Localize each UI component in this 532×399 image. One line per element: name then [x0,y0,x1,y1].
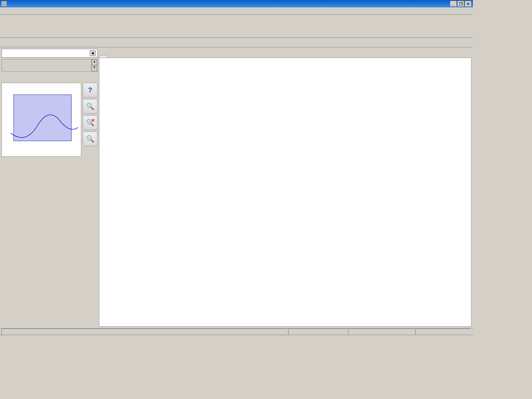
preview-tools: ? 🔍 🔍✕ 🔍 [83,83,98,157]
profile-preview [1,83,81,157]
view-tabs [99,49,471,58]
tab-bar [0,38,473,47]
left-panel: ▾ ▲ ▼ ? 🔍 🔍✕ 🔍 [1,49,98,327]
scroll-up-icon[interactable]: ▲ [92,59,97,65]
palette-subtabs [1,73,98,81]
icon-palette: ▲ ▼ [1,59,98,72]
status-user [415,328,471,335]
fkey-bar [0,335,473,355]
app-icon [1,1,7,6]
palette-scrollbar[interactable]: ▲ ▼ [91,59,97,71]
titlebar: _ ❐ ✕ [0,0,473,7]
status-device [288,328,347,335]
minimize-button[interactable]: _ [450,1,457,7]
right-panel [99,49,471,327]
maximize-button[interactable]: ❐ [457,1,464,7]
scroll-down-icon[interactable]: ▼ [92,65,97,71]
main-area: ▾ ▲ ▼ ? 🔍 🔍✕ 🔍 [0,47,473,328]
help-icon[interactable]: ? [83,83,98,98]
zoom-in-icon[interactable]: 🔍 [83,132,98,146]
command-filter-combo[interactable]: ▾ [1,49,98,58]
status-empty [1,328,287,335]
chevron-down-icon[interactable]: ▾ [90,50,96,56]
chart-canvas[interactable] [99,58,471,327]
main-toolbar [0,15,473,38]
svg-rect-0 [14,95,71,141]
menubar [0,7,473,15]
zoom-reset-icon[interactable]: 🔍✕ [83,115,98,130]
zoom-select-icon[interactable]: 🔍 [83,99,98,114]
close-button[interactable]: ✕ [465,1,471,7]
general-view-tab[interactable] [99,55,107,58]
status-bar [0,328,473,335]
status-force [348,328,415,335]
